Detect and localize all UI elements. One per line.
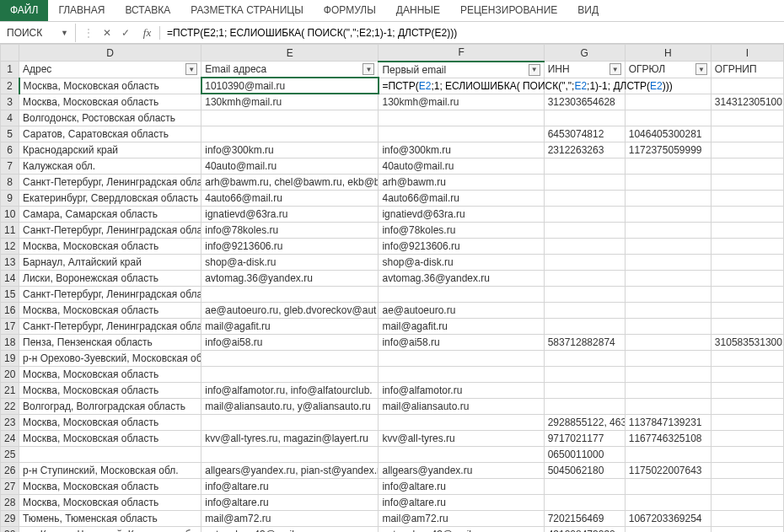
chevron-down-icon[interactable]: ▼ [61, 29, 68, 37]
row-head-17[interactable]: 17 [1, 318, 19, 334]
tab-insert[interactable]: ВСТАВКА [115, 0, 180, 21]
tab-view[interactable]: ВИД [567, 0, 609, 21]
cell[interactable]: 7202156469 [544, 510, 625, 526]
cell[interactable] [625, 398, 711, 414]
cell[interactable] [544, 302, 625, 318]
cell[interactable] [711, 366, 783, 382]
cell[interactable]: 431208473232 [544, 526, 625, 532]
fx-icon[interactable]: fx [138, 26, 160, 40]
cell[interactable]: Москва, Московская область [19, 302, 201, 318]
cell[interactable] [625, 334, 711, 350]
row-head-3[interactable]: 3 [1, 94, 19, 110]
cell[interactable]: 2928855122, 4638 [544, 414, 625, 430]
cell[interactable] [544, 398, 625, 414]
cell[interactable]: 31431230510014 [711, 94, 783, 110]
cell[interactable]: Москва, Московская область [19, 94, 201, 110]
cell[interactable]: Санкт-Петербург, Ленинградская область [19, 286, 201, 302]
cell[interactable]: р-н Орехово-Зуевский, Московская обл. [19, 350, 201, 366]
cell[interactable]: mail@am72.ru [379, 510, 544, 526]
row-head-1[interactable]: 1 [1, 62, 19, 78]
cell[interactable]: info@300km.ru [201, 142, 379, 158]
cell[interactable]: Волгоград, Волгоградская область [19, 398, 201, 414]
cell[interactable] [711, 462, 783, 478]
cell[interactable]: arh@bawm.ru, chel@bawm.ru, ekb@b [201, 174, 379, 190]
cell[interactable] [379, 414, 544, 430]
cell[interactable] [625, 302, 711, 318]
row-head-15[interactable]: 15 [1, 286, 19, 302]
cell[interactable] [625, 366, 711, 382]
cell[interactable]: info@altare.ru [379, 478, 544, 494]
cell[interactable] [711, 430, 783, 446]
cell[interactable]: 1067203369254 [625, 510, 711, 526]
row-head-7[interactable]: 7 [1, 158, 19, 174]
cell[interactable]: 583712882874 [544, 334, 625, 350]
row-head-9[interactable]: 9 [1, 190, 19, 206]
cancel-icon[interactable]: ✕ [98, 27, 116, 39]
cell[interactable]: ignatievd@63ra.ru [379, 206, 544, 222]
cell[interactable] [625, 190, 711, 206]
cell[interactable] [711, 382, 783, 398]
cell[interactable]: 31058353130016 [711, 334, 783, 350]
cell[interactable] [711, 270, 783, 286]
row-head-21[interactable]: 21 [1, 382, 19, 398]
cell[interactable]: Москва, Московская область [19, 78, 201, 94]
cell[interactable]: shop@a-disk.ru [201, 254, 379, 270]
cell[interactable] [711, 158, 783, 174]
cell[interactable] [711, 510, 783, 526]
cell[interactable]: mail@agafit.ru [201, 318, 379, 334]
cell[interactable]: info@ai58.ru [379, 334, 544, 350]
row-head-19[interactable]: 19 [1, 350, 19, 366]
col-head-I[interactable]: I [711, 45, 783, 62]
cell[interactable] [379, 286, 544, 302]
cell[interactable]: р-н Ступинский, Московская обл. [19, 462, 201, 478]
cell[interactable]: Москва, Московская область [19, 478, 201, 494]
cell[interactable]: ae@autoeuro.ru, gleb.dvoreckov@aut [201, 302, 379, 318]
header-cell-emails[interactable]: Email адреса▼ [201, 62, 379, 78]
cell[interactable]: 312303654628 [544, 94, 625, 110]
cell[interactable] [201, 110, 379, 126]
cell[interactable] [544, 286, 625, 302]
row-head-29[interactable]: 29 [1, 510, 19, 526]
cell[interactable] [625, 350, 711, 366]
cell[interactable]: info@78koles.ru [201, 222, 379, 238]
cell[interactable] [544, 494, 625, 510]
row-head-30[interactable]: 30 [1, 526, 19, 532]
row-head-14[interactable]: 14 [1, 270, 19, 286]
cell[interactable]: 9717021177 [544, 430, 625, 446]
row-head-6[interactable]: 6 [1, 142, 19, 158]
cell[interactable]: Волгодонск, Ростовская область [19, 110, 201, 126]
cell[interactable]: Пенза, Пензенская область [19, 334, 201, 350]
cell[interactable]: 4auto66@mail.ru [379, 190, 544, 206]
cell[interactable] [711, 350, 783, 366]
cell[interactable] [625, 94, 711, 110]
cell[interactable] [544, 382, 625, 398]
cell[interactable]: info@9213606.ru [201, 238, 379, 254]
cell[interactable] [379, 446, 544, 462]
cell[interactable] [625, 110, 711, 126]
header-cell-address[interactable]: Адрес▼ [19, 62, 201, 78]
cell[interactable]: info@altare.ru [201, 494, 379, 510]
cell[interactable]: 2312263263 [544, 142, 625, 158]
cell[interactable]: Саратов, Саратовская область [19, 126, 201, 142]
cell[interactable]: ignatievd@63ra.ru [201, 206, 379, 222]
cell[interactable]: 130kmh@mail.ru [201, 94, 379, 110]
cell[interactable]: info@78koles.ru [379, 222, 544, 238]
cell[interactable]: Санкт-Петербург, Ленинградская облас [19, 174, 201, 190]
cell[interactable] [201, 414, 379, 430]
cell[interactable]: 4auto66@mail.ru [201, 190, 379, 206]
cell[interactable] [379, 126, 544, 142]
cell[interactable]: arh@bawm.ru [379, 174, 544, 190]
col-head-G[interactable]: G [544, 45, 625, 62]
cell[interactable] [625, 222, 711, 238]
cell[interactable]: kvv@all-tyres.ru, magazin@layert.ru [201, 430, 379, 446]
row-head-10[interactable]: 10 [1, 206, 19, 222]
row-head-25[interactable]: 25 [1, 446, 19, 462]
cell[interactable] [625, 270, 711, 286]
cell[interactable]: info@ai58.ru [201, 334, 379, 350]
cell[interactable]: info@alfamotor.ru [379, 382, 544, 398]
cell[interactable] [625, 254, 711, 270]
cell[interactable]: 1167746325108 [625, 430, 711, 446]
header-cell-ogrnip[interactable]: ОГРНИП [711, 62, 783, 78]
cell[interactable]: Краснодарский край [19, 142, 201, 158]
cell[interactable] [711, 254, 783, 270]
